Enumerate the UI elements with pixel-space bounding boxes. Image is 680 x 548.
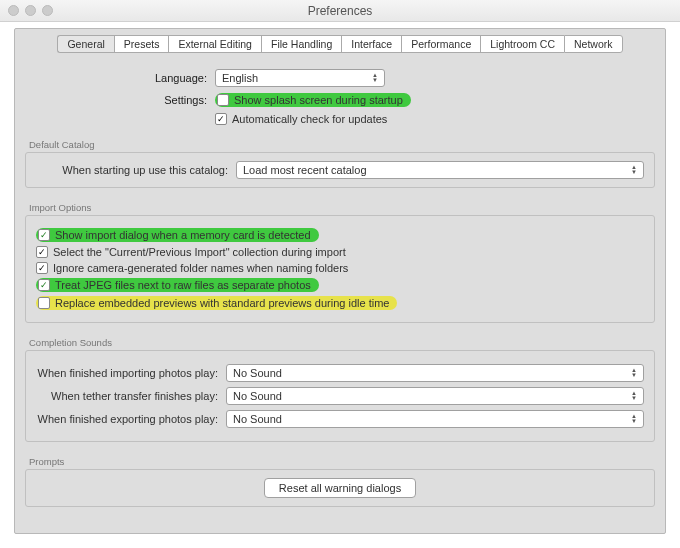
highlight-import-dialog: Show import dialog when a memory card is… (36, 228, 319, 242)
highlight-treat-jpeg: Treat JPEG files next to raw files as se… (36, 278, 319, 292)
import-options-group: Show import dialog when a memory card is… (25, 215, 655, 323)
tab-bar: General Presets External Editing File Ha… (15, 35, 665, 53)
zoom-icon[interactable] (42, 5, 53, 16)
tether-sound-value: No Sound (233, 390, 282, 402)
chevron-updown-icon: ▲▼ (631, 368, 637, 378)
language-select[interactable]: English ▲▼ (215, 69, 385, 87)
updates-checkbox[interactable] (215, 113, 227, 125)
import-sound-label: When finished importing photos play: (36, 367, 226, 379)
language-value: English (222, 72, 258, 84)
import-dialog-checkbox[interactable] (38, 229, 50, 241)
tab-performance[interactable]: Performance (401, 35, 480, 53)
catalog-value: Load most recent catalog (243, 164, 367, 176)
tab-external-editing[interactable]: External Editing (168, 35, 261, 53)
import-options-heading: Import Options (29, 202, 655, 213)
completion-sounds-heading: Completion Sounds (29, 337, 655, 348)
ignore-folder-names-label: Ignore camera-generated folder names whe… (53, 262, 348, 274)
tab-general[interactable]: General (57, 35, 113, 53)
window-title: Preferences (308, 4, 373, 18)
chevron-updown-icon: ▲▼ (631, 414, 637, 424)
splash-checkbox[interactable] (217, 94, 229, 106)
updates-label: Automatically check for updates (232, 113, 387, 125)
tether-sound-select[interactable]: No Sound ▲▼ (226, 387, 644, 405)
default-catalog-heading: Default Catalog (29, 139, 655, 150)
import-sound-select[interactable]: No Sound ▲▼ (226, 364, 644, 382)
tab-network[interactable]: Network (564, 35, 623, 53)
export-sound-value: No Sound (233, 413, 282, 425)
splash-label: Show splash screen during startup (234, 94, 403, 106)
reset-warnings-button[interactable]: Reset all warning dialogs (264, 478, 416, 498)
replace-previews-label: Replace embedded previews with standard … (55, 297, 389, 309)
chevron-updown-icon: ▲▼ (631, 391, 637, 401)
prompts-group: Reset all warning dialogs (25, 469, 655, 507)
chevron-updown-icon: ▲▼ (372, 73, 378, 83)
completion-sounds-group: When finished importing photos play: No … (25, 350, 655, 442)
tab-file-handling[interactable]: File Handling (261, 35, 341, 53)
tab-lightroom-cc[interactable]: Lightroom CC (480, 35, 564, 53)
select-collection-checkbox[interactable] (36, 246, 48, 258)
import-dialog-label: Show import dialog when a memory card is… (55, 229, 311, 241)
catalog-label: When starting up use this catalog: (36, 164, 236, 176)
tab-presets[interactable]: Presets (114, 35, 169, 53)
tether-sound-label: When tether transfer finishes play: (36, 390, 226, 402)
settings-label: Settings: (25, 94, 215, 106)
language-label: Language: (25, 72, 215, 84)
prompts-heading: Prompts (29, 456, 655, 467)
ignore-folder-names-checkbox[interactable] (36, 262, 48, 274)
chevron-updown-icon: ▲▼ (631, 165, 637, 175)
minimize-icon[interactable] (25, 5, 36, 16)
traffic-lights (8, 5, 53, 16)
select-collection-label: Select the "Current/Previous Import" col… (53, 246, 346, 258)
treat-jpeg-checkbox[interactable] (38, 279, 50, 291)
main-panel: General Presets External Editing File Ha… (14, 28, 666, 534)
catalog-select[interactable]: Load most recent catalog ▲▼ (236, 161, 644, 179)
export-sound-label: When finished exporting photos play: (36, 413, 226, 425)
replace-previews-checkbox[interactable] (38, 297, 50, 309)
highlight-splash: Show splash screen during startup (215, 93, 411, 107)
tab-interface[interactable]: Interface (341, 35, 401, 53)
close-icon[interactable] (8, 5, 19, 16)
import-sound-value: No Sound (233, 367, 282, 379)
highlight-replace-previews: Replace embedded previews with standard … (36, 296, 397, 310)
titlebar: Preferences (0, 0, 680, 22)
export-sound-select[interactable]: No Sound ▲▼ (226, 410, 644, 428)
default-catalog-group: When starting up use this catalog: Load … (25, 152, 655, 188)
treat-jpeg-label: Treat JPEG files next to raw files as se… (55, 279, 311, 291)
